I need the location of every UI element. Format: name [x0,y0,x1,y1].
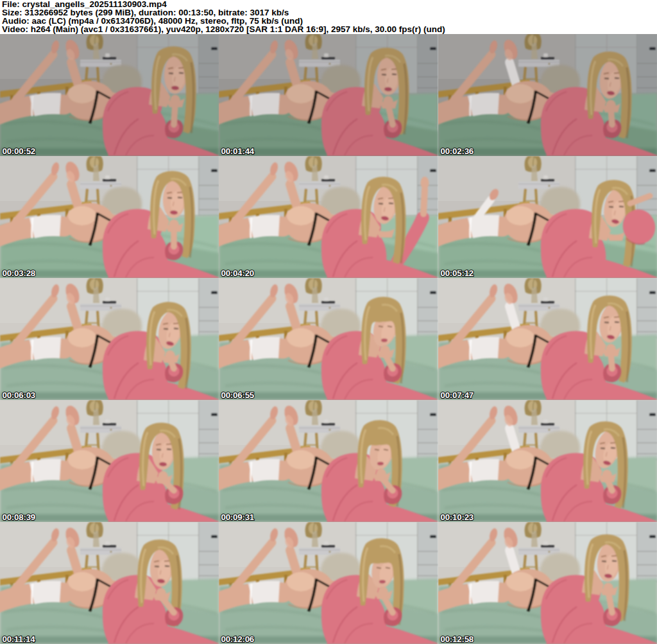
svg-text:00:06:03: 00:06:03 [2,390,35,400]
svg-text:00:12:06: 00:12:06 [221,634,255,644]
svg-text:00:11:14: 00:11:14 [2,634,35,644]
svg-text:00:04:20: 00:04:20 [221,268,255,278]
svg-text:00:00:52: 00:00:52 [2,146,35,156]
svg-text:00:09:31: 00:09:31 [221,512,255,522]
svg-text:00:10:23: 00:10:23 [440,512,474,522]
svg-text:00:12:58: 00:12:58 [440,634,474,644]
svg-text:00:01:44: 00:01:44 [221,146,255,156]
svg-text:00:03:28: 00:03:28 [2,268,35,278]
svg-text:00:05:12: 00:05:12 [440,268,474,278]
svg-text:00:07:47: 00:07:47 [440,390,474,400]
svg-text:00:02:36: 00:02:36 [440,146,474,156]
svg-text:00:08:39: 00:08:39 [2,512,35,522]
svg-text:00:06:55: 00:06:55 [221,390,255,400]
